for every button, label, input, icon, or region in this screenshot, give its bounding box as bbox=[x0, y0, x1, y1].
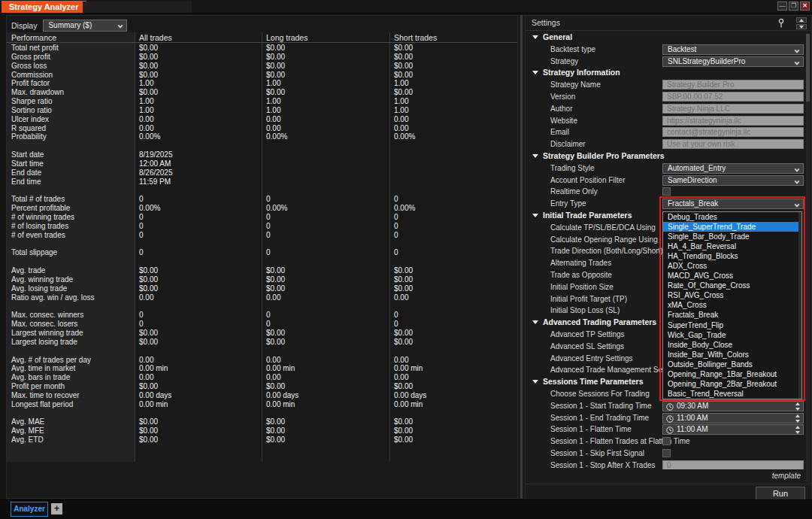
dropdown-item[interactable]: Single_Bar_Body_Trade bbox=[663, 232, 801, 241]
bottom-tab-strip: Analyzer + bbox=[0, 499, 812, 519]
cell-long-trades: 0 bbox=[262, 311, 389, 320]
template-link[interactable]: template bbox=[772, 472, 801, 480]
section-header[interactable]: Sessions Time Parameters bbox=[543, 377, 643, 386]
setting-checkbox[interactable] bbox=[662, 437, 671, 445]
table-spacer-row bbox=[7, 409, 517, 418]
dropdown-item[interactable]: Inside_Body_Close bbox=[663, 340, 801, 350]
cell-all-trades: 0 bbox=[135, 213, 262, 222]
collapse-triangle-icon[interactable] bbox=[532, 71, 538, 74]
panel-splitter[interactable] bbox=[518, 15, 525, 499]
dropdown-item[interactable]: Outside_Bollinger_Bands bbox=[663, 360, 801, 369]
dropdown-item[interactable]: ADX_Cross bbox=[663, 261, 801, 271]
cell-long-trades: 0.00 min bbox=[262, 364, 389, 373]
add-tab-button[interactable]: + bbox=[51, 503, 62, 514]
dropdown-item[interactable]: SuperTrend_Flip bbox=[663, 320, 801, 330]
table-row: Probability0.00%0.00%0.00% bbox=[7, 132, 517, 141]
settings-scrollbar[interactable] bbox=[806, 34, 810, 482]
dropdown-item[interactable]: Opening_Range_2Bar_Breakout bbox=[663, 379, 801, 389]
settings-scroll-spinner[interactable] bbox=[796, 17, 807, 29]
cell-short-trades: 0 bbox=[389, 213, 517, 222]
tab-analyzer[interactable]: Analyzer bbox=[11, 502, 48, 517]
spin-down-icon[interactable] bbox=[795, 420, 800, 423]
cell-all-trades: $0.00 bbox=[135, 88, 262, 97]
setting-label: Email bbox=[550, 128, 569, 136]
window-title-tab[interactable]: Strategy Analyzer bbox=[2, 1, 86, 13]
section-header[interactable]: General bbox=[543, 32, 572, 41]
section-header[interactable]: Strategy Information bbox=[543, 68, 620, 77]
table-spacer-row bbox=[7, 347, 517, 356]
collapse-triangle-icon[interactable] bbox=[532, 380, 538, 384]
time-spinner[interactable] bbox=[794, 426, 801, 434]
dropdown-item[interactable]: HA_Trending_Blocks bbox=[663, 251, 801, 261]
setting-checkbox[interactable] bbox=[662, 449, 671, 457]
setting-checkbox[interactable] bbox=[662, 187, 671, 196]
dropdown-item[interactable]: Debug_Trades bbox=[663, 212, 801, 222]
cell-short-trades: 1.00 bbox=[389, 106, 517, 115]
cell-all-trades: 0.00 bbox=[135, 124, 262, 133]
dropdown-item[interactable]: Rate_Of_Change_Cross bbox=[663, 281, 801, 290]
setting-label: Strategy Name bbox=[550, 80, 601, 89]
time-spinner[interactable] bbox=[794, 414, 801, 423]
cell-short-trades bbox=[389, 168, 517, 178]
minimize-button[interactable]: — bbox=[777, 2, 787, 11]
row-label: Profit factor bbox=[7, 79, 135, 88]
display-dropdown[interactable]: Summary ($) bbox=[43, 20, 127, 32]
cell-short-trades: 0 bbox=[389, 222, 517, 231]
collapse-triangle-icon[interactable] bbox=[532, 214, 538, 217]
setting-combobox[interactable]: Automated_Entry bbox=[662, 163, 804, 174]
dropdown-item[interactable]: Inside_Bar_With_Colors bbox=[663, 350, 801, 360]
close-button[interactable]: ✕ bbox=[800, 2, 810, 11]
setting-control: SBP.00.00.07.52 bbox=[662, 92, 804, 102]
pin-icon[interactable] bbox=[777, 18, 786, 29]
dropdown-scrollbar[interactable] bbox=[798, 212, 801, 399]
spin-down-icon[interactable] bbox=[795, 408, 800, 411]
spin-up-icon[interactable] bbox=[796, 17, 807, 23]
cell-long-trades: 0.00% bbox=[262, 204, 389, 213]
section-header[interactable]: Strategy Builder Pro Parameters bbox=[543, 151, 665, 160]
cell-all-trades: 1.00 bbox=[135, 79, 262, 88]
section-header[interactable]: Advanced Trading Parameters bbox=[543, 317, 656, 326]
dropdown-item[interactable]: xMA_Cross bbox=[663, 300, 801, 310]
row-label: Total # of trades bbox=[7, 195, 135, 204]
spin-down-icon[interactable] bbox=[796, 24, 807, 29]
setting-label: Realtime Only bbox=[550, 187, 598, 196]
cell-all-trades: 1.00 bbox=[135, 97, 262, 106]
spin-up-icon[interactable] bbox=[795, 426, 800, 429]
dropdown-item[interactable]: Wick_Gap_Trade bbox=[663, 330, 801, 340]
setting-timefield[interactable]: 09:30 AM bbox=[662, 401, 804, 411]
setting-timefield[interactable]: 11:00 AM bbox=[662, 424, 804, 435]
collapse-triangle-icon[interactable] bbox=[532, 35, 538, 39]
collapse-triangle-icon[interactable] bbox=[532, 320, 538, 324]
spin-up-icon[interactable] bbox=[795, 402, 800, 405]
setting-label: Strategy bbox=[550, 57, 578, 65]
cell-short-trades: $0.00 bbox=[389, 382, 517, 391]
setting-combobox[interactable]: Backtest bbox=[662, 44, 804, 55]
clock-icon bbox=[666, 403, 674, 411]
dropdown-item[interactable]: MACD_AVG_Cross bbox=[663, 271, 801, 281]
time-spinner[interactable] bbox=[794, 402, 801, 411]
setting-timefield[interactable]: 11:00 AM bbox=[662, 413, 804, 423]
dropdown-item[interactable]: RSI_AVG_Cross bbox=[663, 290, 801, 300]
row-label: Avg. bars in trade bbox=[7, 373, 135, 382]
dropdown-item[interactable]: Fractals_Break bbox=[663, 310, 801, 320]
settings-header: Settings bbox=[526, 16, 811, 31]
dropdown-item[interactable]: Opening_Range_1Bar_Breakout bbox=[663, 369, 801, 379]
setting-combobox[interactable]: SameDirection bbox=[662, 175, 804, 186]
table-row: Max. consec. losers000 bbox=[7, 320, 517, 329]
spin-down-icon[interactable] bbox=[795, 431, 800, 434]
cell-all-trades: 8/19/2025 bbox=[135, 150, 262, 159]
setting-combobox[interactable]: SNLStrategyBuilderPro bbox=[662, 56, 804, 67]
dropdown-item[interactable]: Single_SuperTrend_Trade bbox=[663, 222, 801, 232]
table-row: Largest winning trade$0.00$0.00$0.00 bbox=[7, 329, 517, 338]
spin-up-icon[interactable] bbox=[795, 414, 800, 417]
setting-label: Account Position Filter bbox=[550, 176, 626, 184]
section-header[interactable]: Initial Trade Parameters bbox=[543, 211, 632, 220]
setting-combobox[interactable]: Fractals_Break bbox=[662, 199, 804, 209]
dropdown-item[interactable]: Basic_Trend_Reversal bbox=[663, 389, 801, 399]
dropdown-item[interactable]: HA_4_Bar_Reversal bbox=[663, 241, 801, 251]
table-row: Gross loss$0.00$0.00$0.00 bbox=[7, 62, 517, 71]
maximize-button[interactable]: ❐ bbox=[789, 2, 798, 11]
settings-row: Session 1 - Skip First Signal bbox=[526, 448, 805, 460]
collapse-triangle-icon[interactable] bbox=[532, 154, 538, 158]
chevron-down-icon bbox=[795, 202, 800, 208]
